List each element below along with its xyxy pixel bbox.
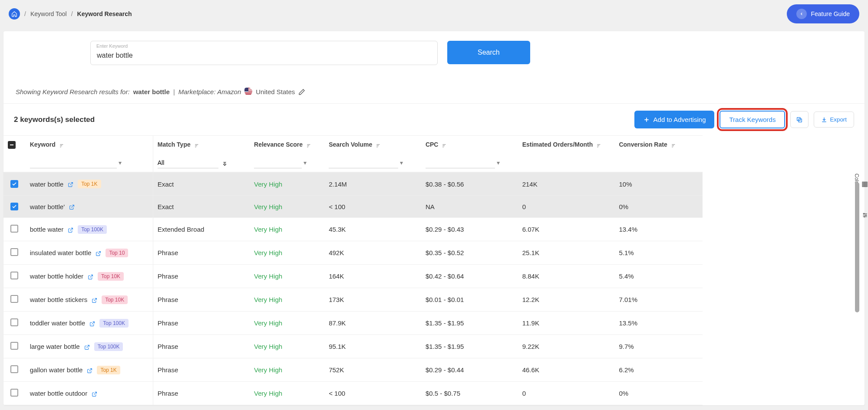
filter-relevance-input[interactable] (254, 158, 302, 168)
results-sep: | (173, 88, 175, 95)
row-checkbox[interactable] (10, 342, 18, 350)
conv-cell: 10% (614, 172, 703, 196)
row-checkbox[interactable] (10, 389, 18, 397)
filter-volume-input[interactable] (329, 158, 398, 168)
export-button[interactable]: Export (814, 112, 854, 128)
row-checkbox[interactable] (10, 295, 18, 303)
external-link-icon[interactable] (92, 390, 97, 397)
keyword-input[interactable] (90, 41, 438, 65)
sort-icon (596, 141, 602, 148)
external-link-icon[interactable] (96, 249, 101, 256)
conv-cell: 5.1% (614, 241, 703, 265)
table-row: water bottle outdoor Phrase Very High < … (3, 382, 703, 405)
results-prefix: Showing Keyword Research results for: (16, 88, 130, 95)
sliders-icon (862, 211, 868, 219)
checkbox-indeterminate-icon[interactable] (8, 141, 16, 149)
action-row: 2 keywords(s) selected Add to Advertisin… (3, 104, 865, 135)
sort-icon (59, 141, 65, 148)
match-type-cell: Phrase (153, 288, 250, 312)
svg-point-30 (863, 213, 864, 214)
volume-cell: 492K (324, 241, 421, 265)
funnel-icon[interactable]: ▾ (400, 159, 403, 166)
relevance-cell: Very High (254, 203, 282, 210)
col-keyword[interactable]: Keyword (26, 136, 153, 154)
external-link-icon[interactable] (89, 319, 95, 327)
volume-cell: 87.9K (324, 312, 421, 335)
external-link-icon[interactable] (68, 180, 73, 188)
volume-cell: < 100 (324, 196, 421, 218)
cpc-cell: $0.29 - $0.44 (421, 358, 518, 382)
col-relevance[interactable]: Relevance Score (250, 136, 324, 154)
table-row: gallon water bottle Top 1K Phrase Very H… (3, 358, 703, 382)
home-icon[interactable] (9, 8, 20, 20)
relevance-cell: Very High (254, 319, 282, 327)
external-link-icon[interactable] (87, 366, 92, 374)
row-checkbox[interactable] (10, 248, 18, 256)
relevance-cell: Very High (254, 249, 282, 256)
add-to-advertising-button[interactable]: Add to Advertising (634, 111, 715, 128)
copy-button[interactable] (790, 111, 809, 128)
track-keywords-button[interactable]: Track Keywords (719, 111, 785, 128)
external-link-icon[interactable] (68, 226, 73, 233)
orders-cell: 0 (518, 196, 615, 218)
match-type-cell: Exact (153, 172, 250, 196)
col-orders[interactable]: Estimated Orders/Month (518, 136, 615, 154)
breadcrumb-sep: / (24, 10, 26, 17)
relevance-cell: Very High (254, 226, 282, 233)
row-checkbox[interactable] (10, 318, 18, 326)
filter-keyword-input[interactable] (30, 158, 117, 168)
cpc-cell: $0.01 - $0.01 (421, 288, 518, 312)
col-cpc[interactable]: CPC (421, 136, 518, 154)
results-info: Showing Keyword Research results for: wa… (3, 82, 865, 103)
external-link-icon[interactable] (88, 272, 93, 280)
table-row: bottle water Top 100K Extended Broad Ver… (3, 218, 703, 241)
conv-cell: 0% (614, 196, 703, 218)
external-link-icon[interactable] (84, 343, 90, 350)
grid-icon: ▦ (861, 180, 868, 188)
col-match-type[interactable]: Match Type (153, 136, 250, 154)
volume-cell: 95.1K (324, 335, 421, 358)
cpc-cell: $0.42 - $0.64 (421, 265, 518, 288)
filter-match-select[interactable]: All (158, 157, 218, 168)
row-checkbox[interactable] (10, 272, 18, 279)
keyword-text: water bottle stickers (30, 296, 88, 303)
orders-cell: 9.22K (518, 335, 615, 358)
select-all-header[interactable] (3, 136, 26, 154)
col-volume[interactable]: Search Volume (324, 136, 421, 154)
relevance-cell: Very High (254, 180, 282, 188)
match-type-cell: Phrase (153, 312, 250, 335)
volume-cell: 45.3K (324, 218, 421, 241)
rank-badge: Top 1K (78, 180, 101, 188)
external-link-icon[interactable] (69, 203, 75, 210)
external-link-icon[interactable] (92, 296, 97, 303)
orders-cell: 12.2K (518, 288, 615, 312)
scrollbar-thumb[interactable] (855, 182, 859, 312)
cpc-cell: $0.35 - $0.52 (421, 241, 518, 265)
filter-cpc-input[interactable] (426, 158, 495, 168)
row-checkbox[interactable] (10, 225, 18, 233)
flag-icon (244, 88, 252, 95)
feature-guide-button[interactable]: Feature Guide (787, 4, 860, 23)
cpc-cell: $1.35 - $1.95 (421, 335, 518, 358)
col-conv[interactable]: Conversion Rate (614, 136, 703, 154)
funnel-icon[interactable]: ▾ (119, 159, 122, 166)
svg-point-31 (865, 215, 866, 216)
keyword-text: insulated water bottle (30, 249, 92, 256)
rank-badge: Top 100K (78, 225, 107, 234)
row-checkbox[interactable] (10, 180, 18, 188)
funnel-icon[interactable]: ▾ (304, 159, 307, 166)
orders-cell: 6.07K (518, 218, 615, 241)
row-checkbox[interactable] (10, 203, 18, 210)
row-checkbox[interactable] (10, 365, 18, 373)
chevron-down-icon: ⌄ (221, 158, 228, 168)
sort-icon (306, 141, 312, 148)
breadcrumb-root[interactable]: Keyword Tool (30, 10, 67, 17)
rank-badge: Top 10K (98, 272, 124, 281)
funnel-icon[interactable]: ▾ (497, 159, 500, 166)
relevance-cell: Very High (254, 343, 282, 350)
main-panel: Enter Keyword Search Showing Keyword Res… (3, 31, 865, 405)
keyword-text: water bottle' (30, 203, 65, 210)
table-row: water bottle Top 1K Exact Very High 2.14… (3, 172, 703, 196)
search-button[interactable]: Search (447, 41, 530, 64)
edit-marketplace-icon[interactable] (298, 88, 305, 95)
